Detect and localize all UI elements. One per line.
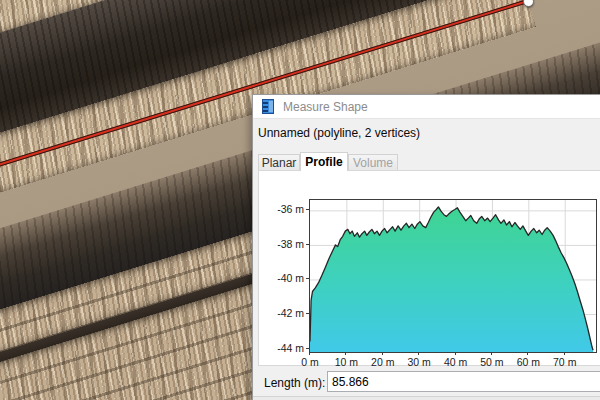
x-tick-label: 40 m bbox=[444, 356, 467, 368]
x-axis-tick bbox=[564, 352, 565, 355]
y-tick-label: -40 m bbox=[259, 272, 304, 284]
y-axis-tick bbox=[306, 278, 309, 279]
x-axis-tick bbox=[345, 352, 346, 355]
x-axis-tick bbox=[382, 352, 383, 355]
length-label: Length (m): bbox=[264, 376, 325, 390]
tab-profile[interactable]: Profile bbox=[300, 152, 348, 171]
y-axis-tick bbox=[306, 348, 309, 349]
tab-planar[interactable]: Planar bbox=[258, 154, 300, 170]
x-tick-label: 60 m bbox=[517, 356, 540, 368]
x-tick-label: 20 m bbox=[371, 356, 394, 368]
x-axis-tick bbox=[527, 352, 528, 355]
x-tick-label: 10 m bbox=[335, 356, 358, 368]
y-tick-label: -36 m bbox=[259, 203, 304, 215]
x-tick-label: 0 m bbox=[301, 356, 319, 368]
y-axis-tick bbox=[306, 209, 309, 210]
x-tick-label: 30 m bbox=[407, 356, 430, 368]
x-axis-tick bbox=[491, 352, 492, 355]
y-tick-label: -38 m bbox=[259, 238, 304, 250]
x-tick-label: 50 m bbox=[480, 356, 503, 368]
shape-summary-label: Unnamed (polyline, 2 vertices) bbox=[258, 126, 420, 140]
x-axis-tick bbox=[418, 352, 419, 355]
measure-shape-icon bbox=[262, 99, 274, 114]
y-tick-label: -42 m bbox=[259, 307, 304, 319]
y-tick-label: -44 m bbox=[259, 342, 304, 354]
dialog-titlebar[interactable]: Measure Shape bbox=[253, 95, 600, 119]
x-axis-tick bbox=[455, 352, 456, 355]
length-input[interactable] bbox=[327, 371, 600, 392]
dialog-footer bbox=[253, 396, 600, 400]
tab-volume[interactable]: Volume bbox=[348, 154, 398, 170]
screenshot-root: Measure Shape Unnamed (polyline, 2 verti… bbox=[0, 0, 600, 400]
profile-tab-page: 0 m10 m20 m30 m40 m50 m60 m70 m-36 m-38 … bbox=[258, 170, 600, 366]
x-tick-label: 70 m bbox=[553, 356, 576, 368]
y-axis-tick bbox=[306, 313, 309, 314]
measure-shape-dialog: Measure Shape Unnamed (polyline, 2 verti… bbox=[252, 94, 600, 400]
dialog-title: Measure Shape bbox=[283, 100, 368, 114]
y-axis-tick bbox=[306, 244, 309, 245]
profile-plot bbox=[309, 199, 597, 353]
x-axis-tick bbox=[309, 352, 310, 355]
